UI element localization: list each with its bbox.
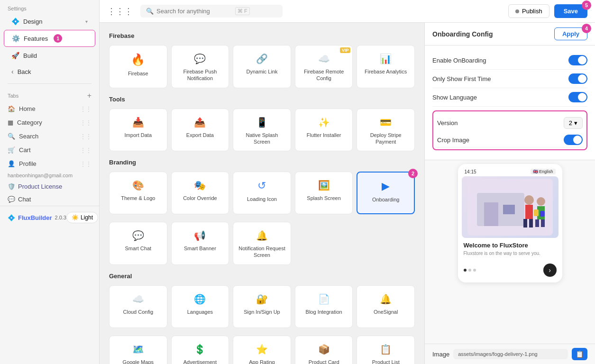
card-notification-request[interactable]: 🔔 Notification Request Screen <box>233 222 291 265</box>
theme-logo-label: Theme & Logo <box>121 195 155 201</box>
card-native-splash[interactable]: 📱 Native Splash Screen <box>233 109 291 152</box>
card-cloud-config[interactable]: ☁️ Cloud Config <box>109 285 167 328</box>
light-theme-btn[interactable]: ☀️ Light <box>66 212 98 223</box>
branding-grid: 🎨 Theme & Logo 🎭 Color Override ↺ Loadin… <box>109 172 415 214</box>
sign-in-icon: 🔐 <box>256 293 268 305</box>
grid-icon[interactable]: ⋮⋮⋮ <box>107 6 133 17</box>
card-advertisement[interactable]: 💲 Advertisement <box>171 336 229 364</box>
build-icon: 🚀 <box>11 52 19 59</box>
card-firebase[interactable]: 🔥 Firebase <box>109 45 167 88</box>
sidebar-tab-home[interactable]: 🏠 Home ⋮⋮ <box>0 102 99 116</box>
card-google-maps[interactable]: 🗺️ Google Maps <box>109 336 167 364</box>
sidebar-tab-profile[interactable]: 👤 Profile ⋮⋮ <box>0 157 99 171</box>
card-theme-logo[interactable]: 🎨 Theme & Logo <box>109 172 167 214</box>
chat-item[interactable]: 💬 Chat <box>0 193 99 206</box>
languages-icon: 🌐 <box>194 293 206 305</box>
firebase-remote-icon: ☁️ <box>318 53 330 64</box>
general-section-title: General <box>109 273 415 280</box>
card-onboarding[interactable]: 2 ▶ Onboarding <box>357 172 415 214</box>
firebase-grid: 🔥 Firebase 💬 Firebase Push Notification … <box>109 45 415 88</box>
card-import-data[interactable]: 📥 Import Data <box>109 109 167 152</box>
firebase-icon: 🔥 <box>131 53 145 66</box>
app-name: FluxBuilder <box>18 214 52 221</box>
enable-onboarding-row: Enable OnBoarding <box>432 51 587 70</box>
main-area: ⋮⋮⋮ 🔍 ⌘ F Publish Save 5 Firebase <box>100 0 595 364</box>
product-card-icon: 📦 <box>318 344 330 355</box>
card-stripe-payment[interactable]: 💳 Deploy Stripe Payment <box>357 109 415 152</box>
card-firebase-push[interactable]: 💬 Firebase Push Notification <box>171 45 229 88</box>
features-panel: Firebase 🔥 Firebase 💬 Firebase Push Noti… <box>100 23 424 364</box>
cloud-config-icon: ☁️ <box>132 293 144 305</box>
version-crop-section: Version 2 ▾ Crop Image 3 <box>432 110 587 150</box>
drag-icon-4: ⋮⋮ <box>80 147 92 154</box>
drag-icon-5: ⋮⋮ <box>80 161 92 167</box>
export-label: Export Data <box>186 132 214 138</box>
app-version: 2.0.3 <box>55 215 66 220</box>
sidebar-tab-search[interactable]: 🔍 Search ⋮⋮ <box>0 129 99 143</box>
card-export-data[interactable]: 📤 Export Data <box>171 109 229 152</box>
image-row: Image assets/images/fogg-delivery-1.png … <box>425 344 595 364</box>
card-blog-integration[interactable]: 📄 Blog Integration <box>295 285 353 328</box>
only-show-first-label: Only Show First Time <box>432 75 491 82</box>
right-panel: Onboarding Config Apply 4 Enable OnBoard… <box>424 23 595 364</box>
publish-button[interactable]: Publish <box>508 4 549 18</box>
card-firebase-analytics[interactable]: 📊 Firebase Analytics <box>357 45 415 88</box>
lang-text: English <box>539 169 553 174</box>
card-firebase-remote[interactable]: VIP ☁️ Firebase Remote Config <box>295 45 353 88</box>
branding-grid-2: 💬 Smart Chat 📢 Smart Banner 🔔 Notificati… <box>109 222 415 265</box>
card-languages[interactable]: 🌐 Languages <box>171 285 229 328</box>
import-icon: 📥 <box>132 117 144 128</box>
card-sign-in-up[interactable]: 🔐 Sign In/Sign Up <box>233 285 291 328</box>
card-app-rating[interactable]: ⭐ App Rating <box>233 336 291 364</box>
user-email: hanbeonhingan@gmail.com <box>0 171 99 180</box>
sidebar-tab-cart[interactable]: 🛒 Cart ⋮⋮ <box>0 143 99 157</box>
welcome-title: Welcome to FluxStore <box>464 242 557 249</box>
only-show-first-row: Only Show First Time <box>432 70 587 88</box>
enable-onboarding-toggle[interactable] <box>568 55 587 65</box>
only-show-first-toggle[interactable] <box>568 73 587 84</box>
card-smart-chat[interactable]: 💬 Smart Chat <box>109 222 167 265</box>
card-dynamic-link[interactable]: 🔗 Dynamic Link <box>233 45 291 88</box>
add-tab-icon[interactable]: + <box>87 91 92 100</box>
features-icon: ⚙️ <box>12 35 20 42</box>
svg-rect-3 <box>503 205 515 214</box>
publish-label: Publish <box>522 8 542 15</box>
build-label: Build <box>23 52 37 59</box>
card-flutter-installer[interactable]: ✨ Flutter Installer <box>295 109 353 152</box>
search-icon: 🔍 <box>8 133 15 140</box>
sidebar-item-design[interactable]: 💠 Design ▾ <box>4 14 95 29</box>
sidebar-item-build[interactable]: 🚀 Build <box>4 48 95 63</box>
step-2: 2 <box>408 169 418 178</box>
advertisement-icon: 💲 <box>194 344 206 355</box>
dot-1 <box>464 269 467 272</box>
search-icon-topbar: 🔍 <box>146 8 154 15</box>
crop-image-toggle[interactable] <box>564 135 583 145</box>
shield-icon: 🛡️ <box>8 183 15 190</box>
flutter-installer-icon: ✨ <box>318 117 330 128</box>
card-loading-icon[interactable]: ↺ Loading Icon <box>233 172 291 214</box>
card-product-card[interactable]: 📦 Product Card <box>295 336 353 364</box>
sidebar-tab-category[interactable]: ▦ Category ⋮⋮ <box>0 116 99 129</box>
product-license[interactable]: 🛡️ Product License <box>0 180 99 193</box>
card-smart-banner[interactable]: 📢 Smart Banner <box>171 222 229 265</box>
card-onesignal[interactable]: 🔔 OneSignal <box>357 285 415 328</box>
search-input[interactable] <box>156 8 232 15</box>
tools-section-title: Tools <box>109 96 415 103</box>
sidebar-item-features[interactable]: ⚙️ Features 1 <box>4 30 95 47</box>
version-select[interactable]: 2 ▾ <box>564 117 583 129</box>
sidebar-footer: 💠 FluxBuilder 2.0.3 ☀️ Light 🌙 Dark <box>0 206 99 229</box>
search-bar[interactable]: 🔍 ⌘ F <box>140 5 283 18</box>
card-splash-screen[interactable]: 🖼️ Splash Screen <box>295 172 353 214</box>
native-splash-icon: 📱 <box>256 117 268 128</box>
fluxbuilder-logo: 💠 FluxBuilder 2.0.3 <box>8 214 66 221</box>
dynamic-link-label: Dynamic Link <box>246 68 277 75</box>
card-product-list[interactable]: 📋 Product List <box>357 336 415 364</box>
card-color-override[interactable]: 🎭 Color Override <box>171 172 229 214</box>
next-btn[interactable]: › <box>543 264 557 277</box>
cart-label: Cart <box>19 146 31 154</box>
sidebar-item-back[interactable]: ‹ Back <box>4 64 95 79</box>
cloud-config-label: Cloud Config <box>123 309 154 315</box>
smart-chat-label: Smart Chat <box>125 245 151 252</box>
image-copy-button[interactable]: 📋 <box>572 348 587 360</box>
show-language-toggle[interactable] <box>568 92 587 102</box>
